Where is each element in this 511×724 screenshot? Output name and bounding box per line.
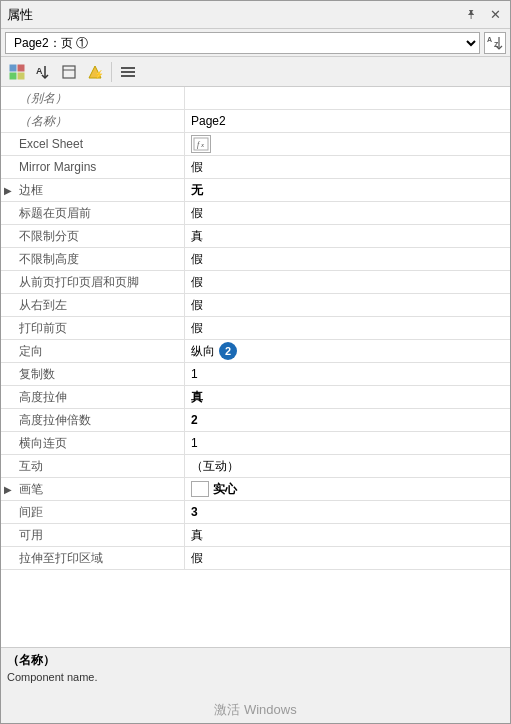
prop-value-mirror-margins[interactable]: 假 — [185, 156, 510, 178]
table-row: 从前页打印页眉和页脚 假 — [1, 271, 510, 294]
prop-value-stretch-to-print[interactable]: 假 — [185, 547, 510, 569]
expand-cell — [1, 363, 15, 385]
prop-name-title-header: 标题在页眉前 — [15, 202, 185, 224]
expand-cell — [1, 386, 15, 408]
prop-value-border[interactable]: 无 — [185, 179, 510, 201]
expand-cell — [1, 110, 15, 132]
prop-value-name[interactable]: Page2 — [185, 110, 510, 132]
expand-cell-border[interactable]: ▶ — [1, 179, 15, 201]
svg-text:A: A — [36, 66, 43, 76]
svg-rect-14 — [121, 71, 135, 73]
table-row: Excel Sheet f x — [1, 133, 510, 156]
status-property-name: （名称） — [7, 652, 504, 669]
table-row: 互动 （互动） — [1, 455, 510, 478]
prop-value-height-stretch-factor[interactable]: 2 — [185, 409, 510, 431]
table-row: （别名） — [1, 87, 510, 110]
pin-button[interactable]: 🖈 — [462, 7, 481, 22]
table-row: 不限制高度 假 — [1, 248, 510, 271]
prop-value-orientation[interactable]: 纵向 2 — [185, 340, 510, 362]
prop-value-title-header[interactable]: 假 — [185, 202, 510, 224]
pen-color-swatch — [191, 481, 209, 497]
prop-name-height-stretch: 高度拉伸 — [15, 386, 185, 408]
activate-windows-text: 激活 Windows — [1, 697, 510, 723]
expand-cell — [1, 202, 15, 224]
prop-name-print-header-footer: 从前页打印页眉和页脚 — [15, 271, 185, 293]
table-row: 标题在页眉前 假 — [1, 202, 510, 225]
prop-name-excel-sheet: Excel Sheet — [15, 133, 185, 155]
prop-value-no-height-limit[interactable]: 假 — [185, 248, 510, 270]
expand-cell — [1, 524, 15, 546]
properties-toolbar: A ⚡ — [1, 57, 510, 87]
prop-name-copies: 复制数 — [15, 363, 185, 385]
expand-cell — [1, 133, 15, 155]
properties-window: 属性 🖈 ✕ Page2：页 ① A Z — [0, 0, 511, 724]
prop-value-horizontal-pages[interactable]: 1 — [185, 432, 510, 454]
table-row: 拉伸至打印区域 假 — [1, 547, 510, 570]
event-button[interactable]: ⚡ — [83, 60, 107, 84]
prop-name-name: （名称） — [15, 110, 185, 132]
table-row: 可用 真 — [1, 524, 510, 547]
prop-name-no-height-limit: 不限制高度 — [15, 248, 185, 270]
toolbar-separator — [111, 62, 112, 82]
prop-value-alias[interactable] — [185, 87, 510, 109]
window-title: 属性 — [7, 6, 33, 24]
svg-rect-4 — [18, 65, 24, 71]
object-dropdown[interactable]: Page2：页 ① — [5, 32, 480, 54]
expand-cell — [1, 455, 15, 477]
orientation-badge: 2 — [219, 342, 237, 360]
expand-cell — [1, 225, 15, 247]
svg-rect-15 — [121, 75, 135, 77]
expand-cell — [1, 317, 15, 339]
prop-name-orientation: 定向 — [15, 340, 185, 362]
prop-value-print-header-footer[interactable]: 假 — [185, 271, 510, 293]
prop-name-horizontal-pages: 横向连页 — [15, 432, 185, 454]
title-bar: 属性 🖈 ✕ — [1, 1, 510, 29]
close-button[interactable]: ✕ — [487, 7, 504, 22]
prop-value-print-prev[interactable]: 假 — [185, 317, 510, 339]
expand-cell — [1, 432, 15, 454]
table-row: 定向 纵向 2 — [1, 340, 510, 363]
svg-text:A: A — [487, 36, 492, 43]
table-row: 高度拉伸倍数 2 — [1, 409, 510, 432]
expand-cell-pen[interactable]: ▶ — [1, 478, 15, 500]
svg-text:⚡: ⚡ — [94, 69, 103, 79]
svg-rect-5 — [10, 73, 16, 79]
prop-value-no-page-break[interactable]: 真 — [185, 225, 510, 247]
table-row: ▶ 画笔 实心 — [1, 478, 510, 501]
prop-value-interactive[interactable]: （互动） — [185, 455, 510, 477]
expand-cell — [1, 87, 15, 109]
prop-value-enabled[interactable]: 真 — [185, 524, 510, 546]
table-row: Mirror Margins 假 — [1, 156, 510, 179]
table-row: （名称） Page2 — [1, 110, 510, 133]
object-selector-row: Page2：页 ① A Z — [1, 29, 510, 57]
table-row: 复制数 1 — [1, 363, 510, 386]
prop-value-excel-sheet[interactable]: f x — [185, 133, 510, 155]
title-bar-controls: 🖈 ✕ — [462, 7, 504, 22]
prop-value-height-stretch[interactable]: 真 — [185, 386, 510, 408]
prop-name-mirror-margins: Mirror Margins — [15, 156, 185, 178]
excel-sheet-icon: f x — [191, 135, 211, 153]
table-row: 间距 3 — [1, 501, 510, 524]
alphabetical-view-button[interactable]: A — [31, 60, 55, 84]
table-row: 不限制分页 真 — [1, 225, 510, 248]
more-button[interactable] — [116, 60, 140, 84]
status-bar: （名称） Component name. — [1, 647, 510, 697]
expand-cell — [1, 271, 15, 293]
categorized-view-button[interactable] — [5, 60, 29, 84]
status-description: Component name. — [7, 671, 504, 683]
expand-cell — [1, 547, 15, 569]
prop-value-spacing[interactable]: 3 — [185, 501, 510, 523]
prop-name-stretch-to-print: 拉伸至打印区域 — [15, 547, 185, 569]
properties-table: （别名） （名称） Page2 Excel Sheet f x — [1, 87, 510, 647]
prop-value-right-to-left[interactable]: 假 — [185, 294, 510, 316]
sort-az-button[interactable]: A Z — [484, 32, 506, 54]
expand-cell — [1, 156, 15, 178]
table-row: 高度拉伸 真 — [1, 386, 510, 409]
prop-value-pen[interactable]: 实心 — [185, 478, 510, 500]
prop-name-right-to-left: 从右到左 — [15, 294, 185, 316]
svg-rect-6 — [18, 73, 24, 79]
prop-value-copies[interactable]: 1 — [185, 363, 510, 385]
property-pages-button[interactable] — [57, 60, 81, 84]
pen-style-label: 实心 — [213, 480, 237, 498]
prop-name-interactive: 互动 — [15, 455, 185, 477]
